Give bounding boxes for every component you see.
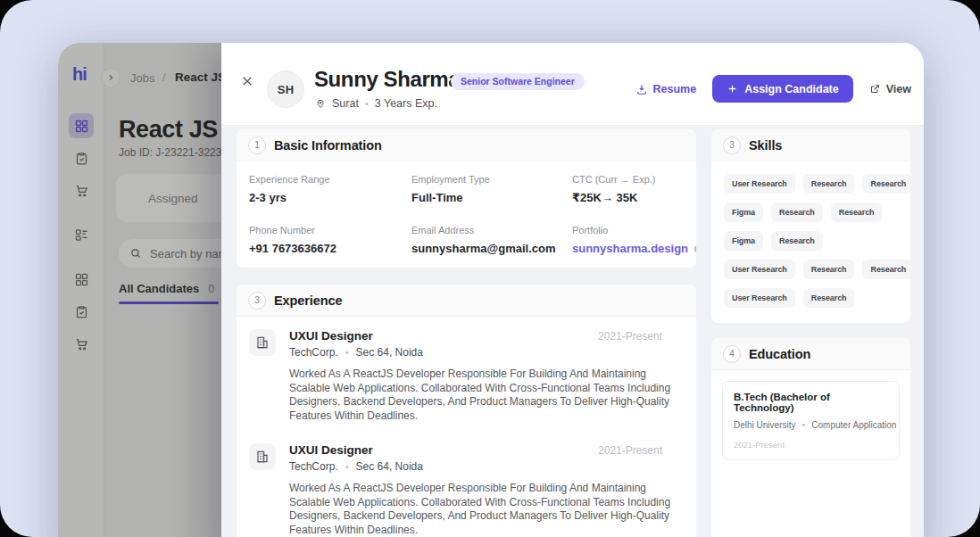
candidate-experience: 3 Years Exp.	[375, 97, 437, 110]
education-course: Computer Application	[811, 420, 896, 430]
education-header: 4 Education	[711, 338, 910, 370]
candidate-location: Surat	[332, 97, 359, 110]
external-link-icon	[693, 244, 696, 253]
skill-chip: User Research	[724, 174, 795, 194]
candidate-meta: Surat • 3 Years Exp.	[315, 97, 437, 110]
dot-separator: •	[365, 98, 369, 109]
location-pin-icon	[315, 98, 326, 109]
company-building-icon	[249, 329, 276, 356]
experience-period: 2021-Present	[598, 330, 684, 343]
section-title: Experience	[274, 293, 342, 308]
view-button[interactable]: View	[869, 83, 911, 95]
field-experience-range: Experience Range 2-3 yrs	[249, 174, 411, 204]
skill-chip: Research	[862, 260, 910, 279]
avatar: SH	[267, 70, 304, 108]
field-phone-number: Phone Number +91 7673636672	[249, 225, 411, 255]
experience-location: Sec 64, Noida	[356, 460, 423, 473]
experience-company-row: TechCorp. • Sec 64, Noida	[289, 346, 684, 359]
candidate-name: Sunny Sharma	[314, 67, 460, 92]
experience-header: 3 Experience	[237, 285, 696, 317]
education-degree: B.Tech (Bachelor of Technology)	[734, 392, 888, 413]
skill-chip: User Research	[724, 288, 795, 308]
skill-chip: Research	[771, 202, 823, 222]
experience-list: UXUI Designer 2021-Present TechCorp. • S…	[237, 317, 696, 537]
assign-candidate-button[interactable]: Assign Candidate	[712, 75, 853, 103]
education-university: Delhi University	[734, 420, 795, 430]
skill-chip: Research	[803, 174, 855, 194]
assign-label: Assign Candidate	[744, 83, 839, 95]
section-number: 3	[723, 136, 741, 154]
view-label: View	[886, 83, 911, 95]
experience-period: 2021-Present	[598, 444, 684, 457]
section-number: 3	[248, 292, 266, 310]
experience-entry: UXUI Designer 2021-Present TechCorp. • S…	[249, 329, 684, 423]
field-email-address: Email Address sunnysharma@gmail.com	[411, 225, 572, 255]
resume-button[interactable]: Resume	[635, 83, 697, 95]
section-title: Basic Information	[274, 138, 382, 153]
experience-title: UXUI Designer	[289, 443, 373, 457]
header-actions: Resume Assign Candidate View	[635, 75, 911, 103]
basic-information-header: 1 Basic Information	[237, 129, 696, 161]
skills-header: 3 Skills	[711, 129, 910, 161]
experience-location: Sec 64, Noida	[356, 346, 423, 359]
experience-entry: UXUI Designer 2021-Present TechCorp. • S…	[249, 443, 684, 537]
modal-right-column: 3 Skills User Research Research Research…	[711, 129, 910, 537]
skill-chip: Research	[803, 260, 855, 279]
modal-header: SH Sunny Sharma Senior Software Engineer…	[221, 43, 924, 126]
dot-separator: •	[345, 461, 349, 472]
education-section: 4 Education B.Tech (Bachelor of Technolo…	[711, 338, 910, 537]
section-title: Education	[749, 347, 810, 361]
education-period: 2021-Present	[734, 440, 888, 450]
company-building-icon	[249, 443, 276, 470]
skill-chip: Research	[862, 174, 910, 194]
skill-chip: User Research	[724, 260, 795, 279]
experience-section: 3 Experience UXUI Designer 2021-Prese	[237, 285, 696, 537]
resume-label: Resume	[653, 83, 697, 95]
experience-company: TechCorp.	[289, 346, 338, 359]
app-window: hi	[58, 43, 924, 537]
experience-title: UXUI Designer	[289, 329, 373, 343]
experience-company: TechCorp.	[289, 460, 338, 473]
skill-chip: Figma	[724, 231, 763, 251]
experience-company-row: TechCorp. • Sec 64, Noida	[289, 460, 684, 473]
skills-chips: User Research Research Research Figma Re…	[711, 161, 910, 308]
role-badge: Senior Software Engineer	[451, 73, 585, 90]
skills-section: 3 Skills User Research Research Research…	[711, 129, 910, 323]
skill-chip: Research	[803, 288, 855, 308]
dot-separator: •	[801, 419, 805, 430]
basic-information-section: 1 Basic Information Experience Range 2-3…	[237, 129, 696, 268]
section-number: 4	[723, 345, 741, 363]
field-ctc: CTC (Curr → Exp.) ₹25K→ 35K	[572, 174, 696, 204]
field-employment-type: Employment Type Full-Time	[411, 174, 572, 204]
basic-information-grid: Experience Range 2-3 yrs Employment Type…	[237, 161, 696, 268]
skill-chip: Figma	[724, 202, 763, 222]
skill-chip: Research	[771, 231, 823, 251]
skill-chip: Research	[831, 202, 883, 222]
section-number: 1	[248, 136, 266, 154]
field-portfolio: Portfolio sunnysharma.design	[572, 225, 696, 255]
modal-body: 1 Basic Information Experience Range 2-3…	[221, 126, 924, 537]
education-detail-row: Delhi University • Computer Application	[734, 419, 888, 430]
education-card: B.Tech (Bachelor of Technology) Delhi Un…	[722, 381, 900, 460]
section-title: Skills	[749, 138, 782, 153]
close-icon[interactable]	[238, 72, 256, 90]
dot-separator: •	[345, 347, 349, 358]
candidate-modal: SH Sunny Sharma Senior Software Engineer…	[221, 43, 924, 537]
modal-left-column: 1 Basic Information Experience Range 2-3…	[237, 129, 696, 537]
plus-icon	[727, 83, 738, 95]
experience-description: Worked As A ReactJS Developer Responsibl…	[289, 482, 684, 537]
portfolio-link[interactable]: sunnysharma.design	[572, 242, 696, 255]
download-icon	[635, 83, 648, 95]
external-link-icon	[869, 83, 881, 95]
experience-description: Worked As A ReactJS Developer Responsibl…	[289, 368, 684, 423]
